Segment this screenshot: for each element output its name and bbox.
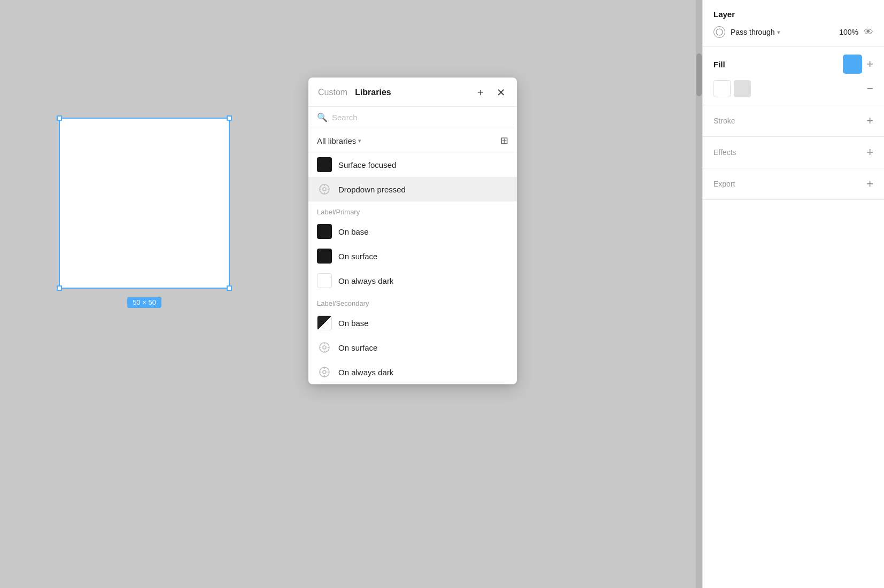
fill-add-button[interactable]: + (866, 58, 873, 70)
list-item-surface-focused[interactable]: Surface focused (308, 152, 517, 177)
item-label-secondary-on-base: On base (338, 319, 369, 328)
item-label-dropdown-pressed: Dropdown pressed (338, 185, 406, 194)
canvas-area: 50 × 50 Custom Libraries + ✕ 🔍 All libra… (0, 0, 702, 588)
visibility-icon[interactable]: 👁 (864, 27, 873, 38)
size-badge: 50 × 50 (127, 297, 161, 308)
blend-mode-select[interactable]: Pass through ▾ (731, 28, 829, 36)
effects-label: Effects (714, 148, 736, 157)
all-libraries-label[interactable]: All libraries ▾ (317, 136, 361, 145)
opacity-value[interactable]: 100% (835, 28, 858, 36)
effects-header: Effects + (714, 146, 873, 158)
stroke-add-button[interactable]: + (866, 115, 873, 127)
item-label-primary-on-always-dark: On always dark (338, 276, 393, 285)
swatch-circle-secondary-on-always-dark (317, 365, 332, 380)
swatch-primary-on-always-dark (317, 273, 332, 288)
fill-swatch-2[interactable] (734, 80, 751, 97)
scroll-thumb (696, 53, 702, 96)
fill-title: Fill (714, 60, 725, 69)
swatch-secondary-on-base (317, 315, 332, 330)
list-item-dropdown-pressed[interactable]: Dropdown pressed (308, 177, 517, 202)
svg-point-1 (323, 188, 326, 191)
libraries-panel: Custom Libraries + ✕ 🔍 All libraries ▾ ⊞ (308, 78, 517, 384)
blend-row: Pass through ▾ 100% 👁 (714, 26, 873, 38)
swatch-primary-on-base (317, 224, 332, 239)
item-label-surface-focused: Surface focused (338, 160, 396, 169)
handle-tl[interactable] (57, 115, 62, 121)
item-label-primary-on-surface: On surface (338, 252, 377, 261)
stroke-label: Stroke (714, 117, 735, 125)
export-label: Export (714, 180, 735, 188)
swatch-primary-on-surface (317, 249, 332, 264)
tab-libraries[interactable]: Libraries (355, 88, 474, 97)
fill-swatches: − (714, 80, 873, 97)
blend-mode-chevron: ▾ (777, 29, 780, 36)
handle-bl[interactable] (57, 285, 62, 291)
list-item-primary-on-surface[interactable]: On surface (308, 244, 517, 268)
section-label-primary: Label/Primary (308, 202, 517, 219)
svg-point-7 (323, 346, 326, 349)
panel-header: Custom Libraries + ✕ (308, 78, 517, 107)
blend-mode-icon (714, 26, 725, 38)
list-item-secondary-on-base[interactable]: On base (308, 311, 517, 335)
right-panel: Layer Pass through ▾ 100% 👁 Fill (702, 0, 884, 588)
effects-section: Effects + (703, 137, 884, 168)
item-label-secondary-on-always-dark: On always dark (338, 368, 393, 377)
item-label-primary-on-base: On base (338, 227, 369, 236)
layer-title: Layer (714, 10, 873, 19)
grid-toggle-button[interactable]: ⊞ (500, 135, 508, 146)
layer-section: Layer Pass through ▾ 100% 👁 (703, 0, 884, 47)
search-icon: 🔍 (317, 112, 328, 122)
close-panel-button[interactable]: ✕ (494, 86, 507, 99)
tab-custom[interactable]: Custom (318, 88, 355, 97)
swatch-circle-dropdown-pressed (317, 182, 332, 197)
fill-header: Fill + (714, 55, 873, 74)
header-actions: + ✕ (474, 86, 507, 99)
search-bar: 🔍 (308, 107, 517, 128)
swatch-surface-focused (317, 157, 332, 172)
stroke-section: Stroke + (703, 105, 884, 137)
export-header: Export + (714, 178, 873, 190)
handle-tr[interactable] (227, 115, 232, 121)
list-item-primary-on-always-dark[interactable]: On always dark (308, 268, 517, 293)
fill-remove-button[interactable]: − (866, 82, 873, 96)
section-label-secondary: Label/Secondary (308, 293, 517, 311)
fill-section: Fill + − (703, 47, 884, 105)
stroke-header: Stroke + (714, 115, 873, 127)
panel-content: Surface focused Dropdown pressed (308, 152, 517, 384)
export-section: Export + (703, 168, 884, 200)
chevron-down-icon: ▾ (358, 137, 361, 144)
fill-grid-button[interactable] (843, 55, 862, 74)
scroll-strip[interactable] (696, 0, 702, 588)
handle-br[interactable] (227, 285, 232, 291)
export-add-button[interactable]: + (866, 178, 873, 190)
fill-swatch-1[interactable] (714, 80, 731, 97)
svg-point-13 (323, 370, 326, 374)
effects-add-button[interactable]: + (866, 146, 873, 158)
libraries-filter: All libraries ▾ ⊞ (308, 128, 517, 152)
search-input[interactable] (332, 113, 508, 122)
blend-mode-label: Pass through (731, 28, 775, 36)
list-item-primary-on-base[interactable]: On base (308, 219, 517, 244)
item-label-secondary-on-surface: On surface (338, 343, 377, 352)
list-item-secondary-on-always-dark[interactable]: On always dark (308, 360, 517, 384)
canvas-element[interactable] (59, 118, 230, 289)
svg-point-18 (716, 29, 723, 35)
selected-element-wrapper: 50 × 50 (59, 118, 230, 289)
list-item-secondary-on-surface[interactable]: On surface (308, 335, 517, 360)
add-library-button[interactable]: + (474, 86, 487, 99)
swatch-circle-secondary-on-surface (317, 340, 332, 355)
